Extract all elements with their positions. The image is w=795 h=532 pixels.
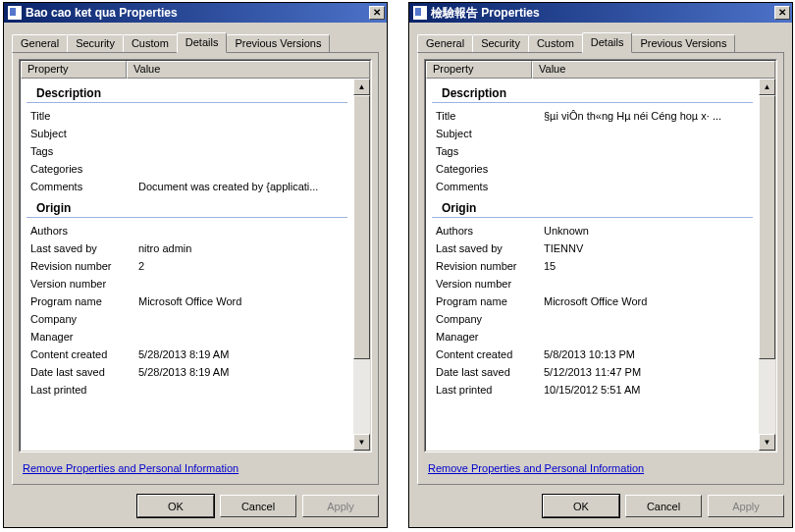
cancel-button[interactable]: Cancel bbox=[220, 495, 296, 517]
prop-label: Subject bbox=[30, 126, 138, 141]
ok-button[interactable]: OK bbox=[543, 495, 619, 517]
tab-general[interactable]: General bbox=[12, 34, 68, 52]
prop-label: Title bbox=[30, 108, 138, 124]
prop-value[interactable] bbox=[138, 276, 353, 292]
column-value[interactable]: Value bbox=[532, 61, 775, 79]
column-property[interactable]: Property bbox=[21, 61, 127, 79]
list-item: Title§µi viÔn th«ng Hµ néi Céng hoµ x· .… bbox=[426, 107, 759, 125]
prop-value[interactable] bbox=[544, 276, 759, 292]
close-icon[interactable]: ✕ bbox=[774, 6, 790, 20]
prop-value[interactable] bbox=[138, 126, 353, 141]
scroll-down-icon[interactable]: ▼ bbox=[353, 434, 370, 451]
document-icon bbox=[413, 6, 427, 20]
prop-value[interactable]: 5/8/2013 10:13 PM bbox=[544, 346, 759, 362]
prop-value[interactable] bbox=[544, 329, 759, 345]
tab-previous-versions[interactable]: Previous Versions bbox=[226, 34, 330, 52]
prop-value[interactable]: nitro admin bbox=[138, 240, 353, 256]
prop-label: Comments bbox=[30, 179, 138, 194]
list-header: Property Value bbox=[426, 61, 775, 79]
scroll-up-icon[interactable]: ▲ bbox=[759, 79, 775, 95]
list-item: Categories bbox=[21, 160, 353, 178]
column-value[interactable]: Value bbox=[127, 61, 370, 79]
prop-label: Title bbox=[436, 108, 544, 124]
tab-details[interactable]: Details bbox=[582, 32, 633, 53]
prop-value[interactable] bbox=[138, 143, 353, 159]
list-item: Date last saved5/28/2013 8:19 AM bbox=[21, 363, 353, 381]
prop-label: Date last saved bbox=[436, 364, 544, 380]
scrollbar[interactable]: ▲ ▼ bbox=[353, 79, 370, 451]
prop-value[interactable] bbox=[138, 311, 353, 327]
prop-value[interactable] bbox=[544, 143, 759, 159]
prop-value[interactable] bbox=[138, 329, 353, 345]
prop-value[interactable]: 5/28/2013 8:19 AM bbox=[138, 364, 353, 380]
prop-value[interactable]: Microsoft Office Word bbox=[138, 293, 353, 309]
list-body: Description Title§µi viÔn th«ng Hµ néi C… bbox=[426, 79, 775, 451]
tab-custom[interactable]: Custom bbox=[123, 34, 178, 52]
prop-label: Company bbox=[30, 311, 138, 327]
ok-button[interactable]: OK bbox=[137, 495, 214, 517]
tab-custom[interactable]: Custom bbox=[528, 34, 583, 52]
properties-window-left: Bao cao ket qua Properties ✕ General Sec… bbox=[3, 2, 388, 528]
prop-value[interactable]: 10/15/2012 5:51 AM bbox=[544, 382, 759, 398]
prop-label: Revision number bbox=[30, 258, 138, 274]
tab-details[interactable]: Details bbox=[177, 32, 228, 53]
cancel-button[interactable]: Cancel bbox=[625, 495, 702, 517]
titlebar[interactable]: 檢驗報告 Properties ✕ bbox=[409, 3, 792, 23]
remove-properties-link[interactable]: Remove Properties and Personal Informati… bbox=[428, 462, 644, 474]
list-item: Last printed bbox=[21, 381, 353, 399]
prop-value[interactable]: TIENNV bbox=[544, 240, 759, 256]
link-row: Remove Properties and Personal Informati… bbox=[424, 452, 777, 478]
column-property[interactable]: Property bbox=[426, 61, 532, 79]
list-item: Date last saved5/12/2013 11:47 PM bbox=[426, 363, 759, 381]
button-row: OK Cancel Apply bbox=[4, 485, 387, 527]
prop-label: Manager bbox=[30, 329, 138, 345]
tab-security[interactable]: Security bbox=[472, 34, 529, 52]
list-item: Subject bbox=[21, 125, 353, 142]
list-item: CommentsDocument was created by {applica… bbox=[21, 178, 353, 195]
prop-value[interactable] bbox=[544, 126, 759, 141]
prop-label: Date last saved bbox=[30, 364, 138, 380]
prop-value[interactable]: 15 bbox=[544, 258, 759, 274]
prop-value[interactable] bbox=[138, 223, 353, 239]
list-item: Manager bbox=[426, 328, 759, 346]
list-item: Comments bbox=[426, 178, 759, 195]
prop-value[interactable]: 2 bbox=[138, 258, 353, 274]
prop-value[interactable] bbox=[138, 382, 353, 398]
group-origin: Origin bbox=[432, 197, 753, 218]
list-item: Version number bbox=[426, 275, 759, 293]
list-item: Title bbox=[21, 107, 353, 125]
prop-label: Comments bbox=[436, 179, 544, 194]
list-item: Tags bbox=[426, 142, 759, 160]
prop-value[interactable] bbox=[138, 161, 353, 177]
list-item: Last saved bynitro admin bbox=[21, 239, 353, 257]
prop-value[interactable]: Document was created by {applicati... bbox=[138, 179, 353, 194]
prop-value[interactable] bbox=[544, 311, 759, 327]
scroll-thumb[interactable] bbox=[353, 95, 370, 359]
prop-value[interactable]: 5/28/2013 8:19 AM bbox=[138, 346, 353, 362]
scroll-down-icon[interactable]: ▼ bbox=[759, 434, 775, 451]
scroll-thumb[interactable] bbox=[759, 95, 775, 359]
titlebar[interactable]: Bao cao ket qua Properties ✕ bbox=[4, 3, 387, 23]
list-item: Last saved byTIENNV bbox=[426, 239, 759, 257]
list-item: Categories bbox=[426, 160, 759, 178]
remove-properties-link[interactable]: Remove Properties and Personal Informati… bbox=[23, 462, 238, 474]
prop-value[interactable] bbox=[544, 161, 759, 177]
prop-value[interactable] bbox=[138, 108, 353, 124]
list-item: Company bbox=[426, 310, 759, 328]
scrollbar[interactable]: ▲ ▼ bbox=[759, 79, 775, 451]
scroll-track[interactable] bbox=[759, 95, 775, 434]
apply-button: Apply bbox=[708, 495, 784, 517]
tab-general[interactable]: General bbox=[417, 34, 473, 52]
prop-value[interactable]: §µi viÔn th«ng Hµ néi Céng hoµ x· ... bbox=[544, 108, 759, 124]
tab-previous-versions[interactable]: Previous Versions bbox=[631, 34, 735, 52]
tab-security[interactable]: Security bbox=[67, 34, 124, 52]
prop-value[interactable]: Unknown bbox=[544, 223, 759, 239]
prop-label: Authors bbox=[436, 223, 544, 239]
close-icon[interactable]: ✕ bbox=[369, 6, 385, 20]
prop-value[interactable] bbox=[544, 179, 759, 194]
scroll-up-icon[interactable]: ▲ bbox=[353, 79, 370, 95]
list-item: Version number bbox=[21, 275, 353, 293]
scroll-track[interactable] bbox=[353, 95, 370, 434]
prop-value[interactable]: 5/12/2013 11:47 PM bbox=[544, 364, 759, 380]
prop-value[interactable]: Microsoft Office Word bbox=[544, 293, 759, 309]
